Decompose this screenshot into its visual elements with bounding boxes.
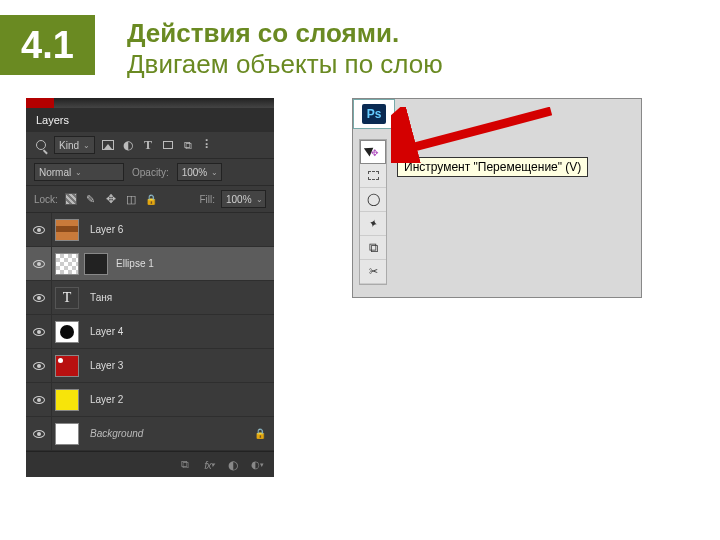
move-tool-button[interactable] [360,140,386,164]
chevron-down-icon: ⌄ [83,141,90,150]
kind-filter-dropdown[interactable]: Kind ⌄ [54,136,95,154]
lock-label: Lock: [34,194,58,205]
visibility-toggle[interactable] [26,417,52,450]
visibility-toggle[interactable] [26,349,52,382]
lock-icon: 🔒 [254,428,266,439]
layer-thumbnail[interactable] [55,423,79,445]
eye-icon [33,362,45,370]
filter-row: Kind ⌄ T [26,132,274,159]
visibility-toggle[interactable] [26,281,52,314]
visibility-toggle[interactable] [26,315,52,348]
crop-tool-button[interactable] [360,236,386,260]
search-icon [34,138,48,152]
add-mask-icon[interactable] [226,458,240,472]
layer-name[interactable]: Ellipse 1 [116,258,154,269]
blend-mode-value: Normal [39,167,71,178]
layer-row-layer3[interactable]: Layer 3 [26,349,274,383]
lock-row: Lock: 🔒 Fill: 100% ⌄ [26,186,274,213]
layer-name[interactable]: Background [90,428,143,439]
chevron-down-icon: ⌄ [256,195,263,204]
adjustment-icon[interactable]: ◐▾ [250,458,264,472]
photoshop-logo-icon: Ps [362,104,386,124]
lock-position-icon[interactable] [104,192,118,206]
slide-header: 4.1 Действия со слоями. Двигаем объекты … [0,0,720,80]
layer-name[interactable]: Таня [90,292,112,303]
app-logo-corner: Ps [353,99,395,129]
fill-value: 100% [226,194,252,205]
eye-icon [33,260,45,268]
title-sub: Двигаем объекты по слою [127,49,443,80]
lasso-tool-button[interactable] [360,188,386,212]
layers-panel: Layers Kind ⌄ T Normal ⌄ Opacity: 100% [26,98,274,477]
section-number-badge: 4.1 [0,15,95,75]
opacity-value: 100% [182,167,208,178]
smart-filter-icon[interactable] [181,138,195,152]
layer-row-tanya[interactable]: T Таня [26,281,274,315]
link-layers-icon[interactable] [178,458,192,472]
layer-row-layer2[interactable]: Layer 2 [26,383,274,417]
wand-tool-button[interactable] [360,212,386,236]
visibility-toggle[interactable] [26,383,52,416]
layer-row-layer4[interactable]: Layer 4 [26,315,274,349]
slice-tool-button[interactable] [360,260,386,284]
lock-transparency-icon[interactable] [64,192,78,206]
eye-icon [33,396,45,404]
shape-filter-icon[interactable] [161,138,175,152]
panel-bottom-bar: fx▾ ◐▾ [26,451,274,477]
layer-name[interactable]: Layer 6 [90,224,123,235]
layer-name[interactable]: Layer 4 [90,326,123,337]
filter-toggle-icon[interactable] [201,138,215,152]
mask-thumbnail[interactable] [84,253,108,275]
layer-thumbnail[interactable] [55,219,79,241]
visibility-toggle[interactable] [26,247,52,280]
app-titlebar [26,98,274,108]
panel-tabstrip: Layers [26,108,274,132]
layer-list: Layer 6 Ellipse 1 T Таня Layer 4 [26,213,274,451]
layer-name[interactable]: Layer 2 [90,394,123,405]
eye-icon [33,430,45,438]
eye-icon [33,226,45,234]
layer-row-background[interactable]: Background 🔒 [26,417,274,451]
layer-thumbnail[interactable] [55,253,79,275]
fill-label: Fill: [199,194,215,205]
fill-dropdown[interactable]: 100% ⌄ [221,190,266,208]
lock-all-icon[interactable]: 🔒 [144,192,158,206]
layer-thumbnail[interactable] [55,355,79,377]
layer-name[interactable]: Layer 3 [90,360,123,371]
visibility-toggle[interactable] [26,213,52,246]
tab-layers[interactable]: Layers [36,114,69,126]
lock-artboard-icon[interactable] [124,192,138,206]
chevron-down-icon: ⌄ [75,168,82,177]
chevron-down-icon: ⌄ [211,168,218,177]
type-filter-icon[interactable]: T [141,138,155,152]
opacity-dropdown[interactable]: 100% ⌄ [177,163,222,181]
marquee-icon [368,171,379,180]
lock-pixels-icon[interactable] [84,192,98,206]
blend-row: Normal ⌄ Opacity: 100% ⌄ [26,159,274,186]
layer-row-ellipse1[interactable]: Ellipse 1 [26,247,274,281]
adjust-filter-icon[interactable] [121,138,135,152]
layer-row-layer6[interactable]: Layer 6 [26,213,274,247]
svg-line-1 [399,111,551,151]
toolbar [359,139,387,285]
title-main: Действия со слоями. [127,18,443,49]
layer-thumbnail[interactable] [55,321,79,343]
opacity-label: Opacity: [132,167,169,178]
title-block: Действия со слоями. Двигаем объекты по с… [127,18,443,80]
blend-mode-dropdown[interactable]: Normal ⌄ [34,163,124,181]
move-tool-icon [366,145,380,159]
move-tool-screenshot: Ps Инструмент "Перемещение" (V) [352,98,642,298]
pixel-filter-icon[interactable] [101,138,115,152]
marquee-tool-button[interactable] [360,164,386,188]
type-layer-icon[interactable]: T [55,287,79,309]
eye-icon [33,328,45,336]
kind-label: Kind [59,140,79,151]
eye-icon [33,294,45,302]
layer-thumbnail[interactable] [55,389,79,411]
red-arrow-annotation [391,107,561,163]
fx-icon[interactable]: fx▾ [202,458,216,472]
